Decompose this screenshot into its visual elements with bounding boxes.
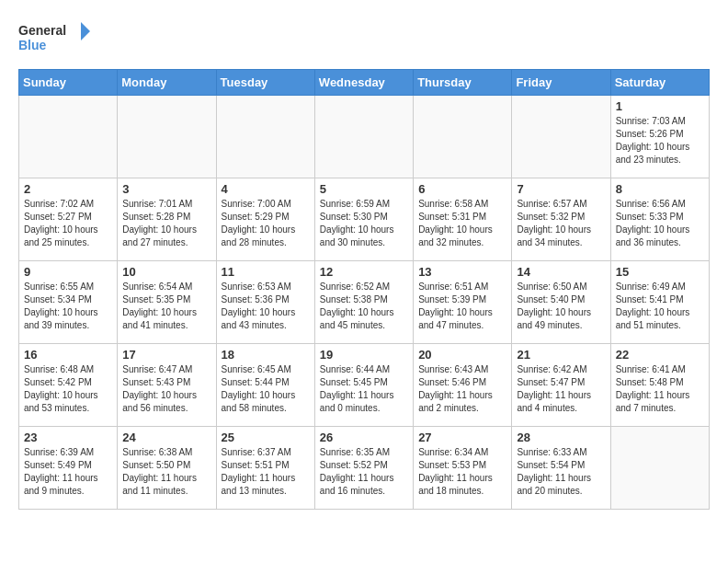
day-info: Sunrise: 6:44 AM Sunset: 5:45 PM Dayligh… xyxy=(320,363,408,415)
day-number: 10 xyxy=(122,265,210,279)
day-info: Sunrise: 6:52 AM Sunset: 5:38 PM Dayligh… xyxy=(320,281,408,332)
weekday-header-sunday: Sunday xyxy=(19,70,118,96)
day-number: 27 xyxy=(418,431,506,444)
calendar-cell xyxy=(414,96,512,178)
day-number: 24 xyxy=(122,431,210,444)
day-number: 7 xyxy=(517,182,605,196)
day-info: Sunrise: 6:51 AM Sunset: 5:39 PM Dayligh… xyxy=(418,281,506,332)
calendar-cell: 28Sunrise: 6:33 AM Sunset: 5:54 PM Dayli… xyxy=(512,427,610,510)
calendar-cell: 6Sunrise: 6:58 AM Sunset: 5:31 PM Daylig… xyxy=(414,178,512,261)
day-info: Sunrise: 6:54 AM Sunset: 5:35 PM Dayligh… xyxy=(122,281,210,332)
day-number: 1 xyxy=(616,99,704,113)
day-number: 12 xyxy=(320,265,408,279)
calendar-cell: 5Sunrise: 6:59 AM Sunset: 5:30 PM Daylig… xyxy=(314,178,413,261)
calendar-cell: 13Sunrise: 6:51 AM Sunset: 5:39 PM Dayli… xyxy=(414,261,512,344)
calendar-cell: 17Sunrise: 6:47 AM Sunset: 5:43 PM Dayli… xyxy=(118,344,216,427)
calendar-cell: 11Sunrise: 6:53 AM Sunset: 5:36 PM Dayli… xyxy=(216,261,314,344)
day-info: Sunrise: 7:01 AM Sunset: 5:28 PM Dayligh… xyxy=(122,198,210,249)
calendar-cell: 23Sunrise: 6:39 AM Sunset: 5:49 PM Dayli… xyxy=(19,427,118,510)
calendar-cell: 3Sunrise: 7:01 AM Sunset: 5:28 PM Daylig… xyxy=(118,178,216,261)
calendar-cell: 19Sunrise: 6:44 AM Sunset: 5:45 PM Dayli… xyxy=(314,344,413,427)
day-number: 4 xyxy=(222,182,310,196)
calendar-cell: 2Sunrise: 7:02 AM Sunset: 5:27 PM Daylig… xyxy=(19,178,118,261)
day-number: 15 xyxy=(616,265,704,279)
calendar-cell xyxy=(19,96,118,178)
calendar-cell: 25Sunrise: 6:37 AM Sunset: 5:51 PM Dayli… xyxy=(216,427,314,510)
calendar-cell: 1Sunrise: 7:03 AM Sunset: 5:26 PM Daylig… xyxy=(610,96,709,178)
calendar-cell xyxy=(216,96,314,178)
day-info: Sunrise: 6:34 AM Sunset: 5:53 PM Dayligh… xyxy=(418,446,506,498)
day-number: 8 xyxy=(616,182,704,196)
day-number: 13 xyxy=(418,265,506,279)
calendar-cell: 4Sunrise: 7:00 AM Sunset: 5:29 PM Daylig… xyxy=(216,178,314,261)
day-number: 20 xyxy=(418,348,506,362)
day-info: Sunrise: 6:53 AM Sunset: 5:36 PM Dayligh… xyxy=(222,281,310,332)
day-number: 17 xyxy=(122,348,210,362)
calendar-cell: 27Sunrise: 6:34 AM Sunset: 5:53 PM Dayli… xyxy=(414,427,512,510)
day-info: Sunrise: 7:03 AM Sunset: 5:26 PM Dayligh… xyxy=(616,115,704,167)
logo: General Blue xyxy=(18,18,92,60)
day-info: Sunrise: 6:58 AM Sunset: 5:31 PM Dayligh… xyxy=(418,198,506,249)
calendar-table: SundayMondayTuesdayWednesdayThursdayFrid… xyxy=(18,69,710,510)
day-info: Sunrise: 6:56 AM Sunset: 5:33 PM Dayligh… xyxy=(616,198,704,249)
day-number: 5 xyxy=(320,182,408,196)
calendar-cell: 26Sunrise: 6:35 AM Sunset: 5:52 PM Dayli… xyxy=(314,427,413,510)
calendar-week-4: 16Sunrise: 6:48 AM Sunset: 5:42 PM Dayli… xyxy=(19,344,710,427)
day-info: Sunrise: 6:48 AM Sunset: 5:42 PM Dayligh… xyxy=(24,363,112,415)
calendar-cell: 16Sunrise: 6:48 AM Sunset: 5:42 PM Dayli… xyxy=(19,344,118,427)
calendar-cell: 18Sunrise: 6:45 AM Sunset: 5:44 PM Dayli… xyxy=(216,344,314,427)
day-info: Sunrise: 6:59 AM Sunset: 5:30 PM Dayligh… xyxy=(320,198,408,249)
day-number: 11 xyxy=(222,265,310,279)
day-info: Sunrise: 6:55 AM Sunset: 5:34 PM Dayligh… xyxy=(24,281,112,332)
svg-marker-2 xyxy=(81,22,90,40)
calendar-week-5: 23Sunrise: 6:39 AM Sunset: 5:49 PM Dayli… xyxy=(19,427,710,510)
calendar-week-1: 1Sunrise: 7:03 AM Sunset: 5:26 PM Daylig… xyxy=(19,96,710,178)
day-info: Sunrise: 6:49 AM Sunset: 5:41 PM Dayligh… xyxy=(616,281,704,332)
calendar-cell: 22Sunrise: 6:41 AM Sunset: 5:48 PM Dayli… xyxy=(610,344,709,427)
weekday-header-friday: Friday xyxy=(512,70,610,96)
calendar-cell: 7Sunrise: 6:57 AM Sunset: 5:32 PM Daylig… xyxy=(512,178,610,261)
day-info: Sunrise: 6:38 AM Sunset: 5:50 PM Dayligh… xyxy=(122,446,210,498)
day-number: 25 xyxy=(222,431,310,444)
calendar-cell: 12Sunrise: 6:52 AM Sunset: 5:38 PM Dayli… xyxy=(314,261,413,344)
calendar-cell: 8Sunrise: 6:56 AM Sunset: 5:33 PM Daylig… xyxy=(610,178,709,261)
day-number: 26 xyxy=(320,431,408,444)
day-number: 22 xyxy=(616,348,704,362)
weekday-header-thursday: Thursday xyxy=(414,70,512,96)
calendar-cell: 20Sunrise: 6:43 AM Sunset: 5:46 PM Dayli… xyxy=(414,344,512,427)
day-info: Sunrise: 6:35 AM Sunset: 5:52 PM Dayligh… xyxy=(320,446,408,498)
calendar-cell: 24Sunrise: 6:38 AM Sunset: 5:50 PM Dayli… xyxy=(118,427,216,510)
day-number: 2 xyxy=(24,182,112,196)
header: General Blue xyxy=(18,18,710,60)
calendar-week-3: 9Sunrise: 6:55 AM Sunset: 5:34 PM Daylig… xyxy=(19,261,710,344)
day-info: Sunrise: 6:57 AM Sunset: 5:32 PM Dayligh… xyxy=(517,198,605,249)
weekday-header-tuesday: Tuesday xyxy=(216,70,314,96)
day-number: 28 xyxy=(517,431,605,444)
svg-text:General: General xyxy=(18,23,66,38)
day-number: 3 xyxy=(122,182,210,196)
weekday-header-row: SundayMondayTuesdayWednesdayThursdayFrid… xyxy=(19,70,710,96)
calendar-cell: 9Sunrise: 6:55 AM Sunset: 5:34 PM Daylig… xyxy=(19,261,118,344)
day-info: Sunrise: 6:45 AM Sunset: 5:44 PM Dayligh… xyxy=(222,363,310,415)
day-number: 19 xyxy=(320,348,408,362)
calendar-cell xyxy=(610,427,709,510)
day-number: 16 xyxy=(24,348,112,362)
day-info: Sunrise: 7:02 AM Sunset: 5:27 PM Dayligh… xyxy=(24,198,112,249)
calendar-cell: 10Sunrise: 6:54 AM Sunset: 5:35 PM Dayli… xyxy=(118,261,216,344)
calendar-week-2: 2Sunrise: 7:02 AM Sunset: 5:27 PM Daylig… xyxy=(19,178,710,261)
svg-text:Blue: Blue xyxy=(18,38,47,52)
day-info: Sunrise: 6:42 AM Sunset: 5:47 PM Dayligh… xyxy=(517,363,605,415)
generalblue-logo: General Blue xyxy=(18,18,92,60)
calendar-cell: 15Sunrise: 6:49 AM Sunset: 5:41 PM Dayli… xyxy=(610,261,709,344)
day-info: Sunrise: 6:33 AM Sunset: 5:54 PM Dayligh… xyxy=(517,446,605,498)
day-info: Sunrise: 6:43 AM Sunset: 5:46 PM Dayligh… xyxy=(418,363,506,415)
day-number: 18 xyxy=(222,348,310,362)
day-info: Sunrise: 6:37 AM Sunset: 5:51 PM Dayligh… xyxy=(222,446,310,498)
day-number: 23 xyxy=(24,431,112,444)
day-number: 6 xyxy=(418,182,506,196)
day-info: Sunrise: 6:47 AM Sunset: 5:43 PM Dayligh… xyxy=(122,363,210,415)
day-number: 9 xyxy=(24,265,112,279)
calendar-cell xyxy=(118,96,216,178)
weekday-header-monday: Monday xyxy=(118,70,216,96)
day-info: Sunrise: 6:39 AM Sunset: 5:49 PM Dayligh… xyxy=(24,446,112,498)
